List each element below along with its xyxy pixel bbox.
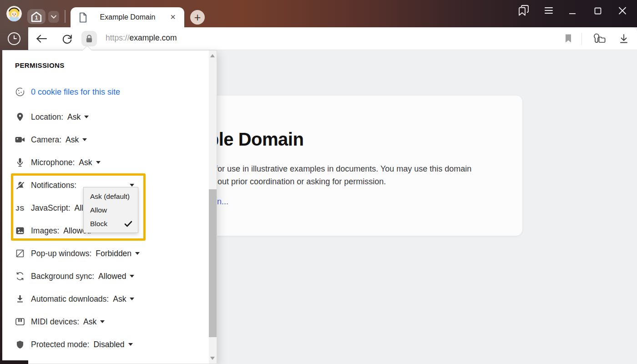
automatic-downloads-icon bbox=[15, 295, 25, 303]
permission-row-popups[interactable]: Pop-up windows: Forbidden bbox=[2, 242, 207, 265]
reload-button[interactable] bbox=[61, 33, 73, 45]
window-close-button[interactable] bbox=[618, 5, 627, 15]
caret-down-icon bbox=[100, 320, 105, 323]
permission-value: Disabled bbox=[93, 340, 124, 349]
permission-row-automatic-downloads[interactable]: Automatic downloads: Ask bbox=[2, 288, 207, 310]
profile-avatar[interactable] bbox=[6, 6, 22, 21]
permission-value: Ask bbox=[66, 135, 79, 145]
panel-scrollbar[interactable] bbox=[209, 51, 217, 364]
checkmark-icon bbox=[124, 221, 132, 227]
tab-title: Example Domain bbox=[87, 13, 168, 21]
extensions-button[interactable] bbox=[592, 33, 606, 45]
tabstrip-separator bbox=[65, 10, 66, 23]
permission-row-microphone[interactable]: Microphone: Ask bbox=[2, 151, 207, 174]
midi-icon bbox=[15, 318, 25, 325]
shield-icon bbox=[15, 340, 25, 349]
permission-label: Protected mode: bbox=[31, 340, 89, 349]
cookie-icon bbox=[15, 87, 25, 97]
permission-label: Images: bbox=[31, 226, 59, 236]
menu-button[interactable] bbox=[544, 7, 553, 14]
downloads-button[interactable] bbox=[619, 34, 628, 44]
permission-label: MIDI devices: bbox=[31, 317, 79, 327]
panel-title: PERMISSIONS bbox=[15, 61, 65, 69]
tab-close-button[interactable]: × bbox=[168, 12, 178, 22]
camera-icon bbox=[15, 136, 25, 143]
caret-down-icon bbox=[130, 275, 134, 278]
permission-value: Ask bbox=[83, 317, 96, 327]
permission-label: Notifications: bbox=[31, 181, 76, 190]
javascript-icon: JS bbox=[15, 204, 25, 212]
permission-label: Camera: bbox=[31, 135, 61, 145]
microphone-icon bbox=[15, 158, 25, 167]
cookie-files-link[interactable]: 0 cookie files for this site bbox=[31, 87, 120, 97]
url-host: example.com bbox=[130, 33, 177, 42]
permission-label: Pop-up windows: bbox=[31, 249, 91, 258]
site-permissions-lock-button[interactable] bbox=[81, 31, 97, 46]
lock-icon bbox=[85, 34, 93, 43]
bookmark-icon bbox=[565, 34, 572, 43]
back-arrow-icon bbox=[35, 34, 47, 44]
dropdown-option-ask-default[interactable]: Ask (default) bbox=[84, 190, 138, 203]
maximize-button[interactable] bbox=[594, 6, 602, 15]
window-bottom-edge bbox=[0, 360, 28, 364]
images-icon bbox=[15, 227, 25, 234]
tab-shape-icon: 1 bbox=[31, 11, 42, 22]
location-icon bbox=[15, 112, 25, 121]
permission-row-midi[interactable]: MIDI devices: Ask bbox=[2, 310, 207, 333]
dropdown-option-allow[interactable]: Allow bbox=[84, 203, 138, 217]
caret-down-icon[interactable] bbox=[130, 184, 134, 187]
permission-row-camera[interactable]: Camera: Ask bbox=[2, 128, 207, 151]
close-icon bbox=[618, 5, 627, 15]
scrollbar-thumb[interactable] bbox=[209, 189, 217, 337]
minimize-icon bbox=[569, 7, 576, 16]
permission-row-location[interactable]: Location: Ask bbox=[2, 106, 207, 128]
permission-label: Location: bbox=[31, 112, 63, 122]
scroll-up-arrow-icon[interactable] bbox=[210, 54, 215, 57]
collections-button[interactable] bbox=[517, 4, 531, 17]
top-chrome-bar: 1 Example Domain × + bbox=[0, 0, 637, 27]
permission-row-background-sync[interactable]: Background sync: Allowed bbox=[2, 265, 207, 288]
extension-icon bbox=[592, 33, 606, 45]
hamburger-icon bbox=[544, 7, 553, 14]
permission-value: Allowed bbox=[98, 272, 126, 281]
history-sidebar-button[interactable] bbox=[0, 27, 28, 50]
notifications-muted-icon bbox=[15, 181, 25, 189]
caret-down-icon bbox=[135, 252, 140, 255]
url-scheme: https:// bbox=[106, 33, 130, 42]
scroll-down-arrow-icon[interactable] bbox=[210, 357, 215, 360]
avatar-girl-icon bbox=[6, 6, 22, 21]
browser-window: 1 Example Domain × + bbox=[0, 0, 637, 364]
minimize-button[interactable] bbox=[569, 7, 576, 16]
popup-blocked-icon bbox=[15, 249, 25, 258]
permission-label: Automatic downloads: bbox=[31, 294, 109, 304]
address-bar[interactable]: https://example.com bbox=[106, 33, 177, 43]
permission-value: Forbidden bbox=[96, 249, 131, 258]
tab-list-dropdown-button[interactable] bbox=[48, 11, 59, 23]
permission-value: Ask bbox=[67, 112, 81, 122]
collections-icon bbox=[517, 4, 531, 17]
notifications-dropdown-menu: Ask (default) Allow Block bbox=[83, 187, 138, 233]
caret-down-icon bbox=[96, 161, 101, 164]
permission-label: Background sync: bbox=[31, 272, 94, 281]
back-button[interactable] bbox=[35, 34, 47, 44]
download-icon bbox=[619, 34, 628, 44]
dropdown-option-block[interactable]: Block bbox=[84, 217, 138, 231]
permissions-panel: PERMISSIONS 0 cookie files for this site bbox=[2, 50, 217, 364]
permission-label: JavaScript: bbox=[31, 203, 71, 213]
permission-label: Microphone: bbox=[31, 158, 75, 167]
tab-count-label: 1 bbox=[35, 15, 38, 21]
caret-down-icon bbox=[128, 343, 133, 346]
cookies-row: 0 cookie files for this site bbox=[2, 81, 207, 103]
bookmark-button[interactable] bbox=[565, 34, 572, 43]
tab-counter-button[interactable]: 1 bbox=[27, 9, 46, 24]
permission-value: Ask bbox=[79, 158, 92, 167]
clock-icon bbox=[7, 31, 21, 46]
new-tab-button[interactable]: + bbox=[190, 10, 205, 25]
tab-example-domain[interactable]: Example Domain × bbox=[71, 7, 184, 27]
chevron-down-icon bbox=[51, 15, 56, 19]
reload-icon bbox=[61, 33, 73, 45]
toolbar: https://example.com bbox=[0, 27, 637, 50]
toolbar-separator bbox=[581, 33, 582, 45]
maximize-icon bbox=[594, 6, 602, 15]
permission-row-protected-mode[interactable]: Protected mode: Disabled bbox=[2, 333, 207, 356]
